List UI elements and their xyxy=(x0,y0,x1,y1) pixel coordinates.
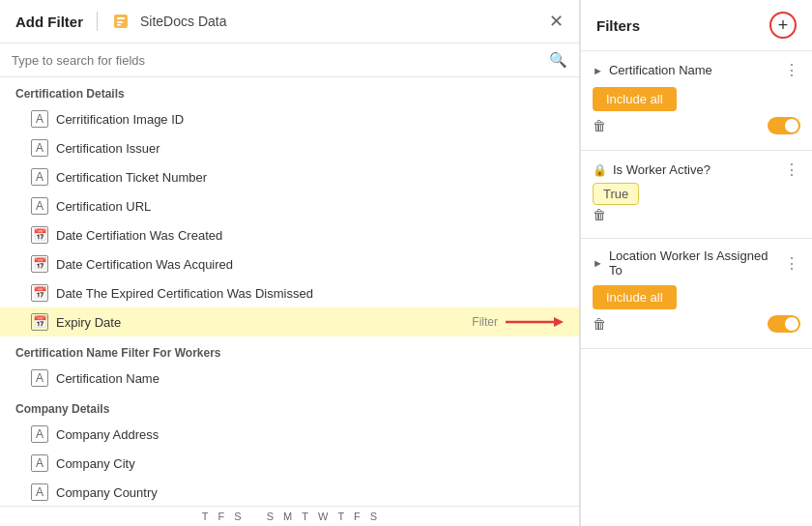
search-icon: 🔍 xyxy=(549,51,567,69)
filter-badge: Filter xyxy=(472,315,498,329)
sitedocs-icon xyxy=(111,12,130,31)
list-item[interactable]: 📅 Date The Expired Certification Was Dis… xyxy=(0,278,579,307)
filter-name: Certification Name xyxy=(609,63,778,77)
more-options-icon[interactable]: ⋮ xyxy=(784,61,800,79)
field-label: Date Certifiation Was Created xyxy=(56,228,564,243)
trash-icon[interactable]: 🗑 xyxy=(593,118,606,133)
cal-label: T xyxy=(299,511,311,522)
filter-header: ► Location Worker Is Assigned To ⋮ xyxy=(593,248,800,278)
trash-icon[interactable]: 🗑 xyxy=(593,316,606,332)
field-label: Certification Ticket Number xyxy=(56,170,564,185)
header-divider xyxy=(97,12,98,31)
filter-row: 🗑 xyxy=(593,111,800,140)
list-item[interactable]: A Certification URL xyxy=(0,191,579,220)
cal-label: F xyxy=(351,511,363,522)
field-list: Certification Details A Cerritification … xyxy=(0,77,579,526)
text-icon: A xyxy=(31,483,48,501)
list-item[interactable]: A Company City xyxy=(0,449,579,478)
trash-icon[interactable]: 🗑 xyxy=(593,207,606,222)
section-certification-details: Certification Details xyxy=(0,77,579,104)
svg-marker-5 xyxy=(554,317,564,327)
search-bar: 🔍 xyxy=(0,44,579,77)
svg-rect-2 xyxy=(117,21,123,23)
cal-label: S xyxy=(231,511,244,522)
filter-section-location: ► Location Worker Is Assigned To ⋮ Inclu… xyxy=(581,239,812,349)
list-item[interactable]: 📅 Date Certification Was Acquired xyxy=(0,249,579,278)
calendar-icon: 📅 xyxy=(31,255,48,273)
more-options-icon[interactable]: ⋮ xyxy=(784,254,800,273)
field-label: Certification Name xyxy=(56,371,564,386)
field-label: Certification Issuer xyxy=(56,141,564,156)
field-label: Cerritification Image ID xyxy=(56,112,564,127)
source-label: SiteDocs Data xyxy=(140,14,226,29)
filters-title: Filters xyxy=(596,17,769,34)
field-label: Company Address xyxy=(56,427,564,442)
cal-label: S xyxy=(367,511,380,522)
filters-panel: Filters + ► Certification Name ⋮ Include… xyxy=(580,0,812,526)
filter-row: 🗑 xyxy=(593,309,800,338)
cal-label: M xyxy=(280,511,295,522)
cal-label: T xyxy=(334,511,347,522)
section-cert-name-filter: Certification Name Filter For Workers xyxy=(0,336,579,364)
list-item-expiry-date[interactable]: 📅 Expiry Date Filter xyxy=(0,307,579,336)
cal-spacer xyxy=(248,511,260,522)
filter-section-worker-active: 🔒 Is Worker Active? ⋮ True 🗑 xyxy=(581,151,812,239)
filter-header: ► Certification Name ⋮ xyxy=(593,61,800,79)
list-item[interactable]: A Company Address xyxy=(0,420,579,449)
add-filter-button[interactable]: + xyxy=(769,12,797,39)
text-icon: A xyxy=(31,369,48,387)
list-item[interactable]: A Certification Issuer xyxy=(0,133,579,162)
field-label: Company Country xyxy=(56,485,564,500)
svg-rect-1 xyxy=(117,17,125,19)
toggle-switch[interactable] xyxy=(768,315,800,333)
text-icon: A xyxy=(31,425,48,443)
text-icon: A xyxy=(31,197,48,215)
arrow-icon xyxy=(506,313,564,331)
field-label: Company City xyxy=(56,456,564,471)
text-icon: A xyxy=(31,110,48,128)
calendar-icon: 📅 xyxy=(31,226,48,244)
chevron-right-icon[interactable]: ► xyxy=(593,65,603,76)
calendar-bottom-bar: T F S S M T W T F S xyxy=(0,506,579,526)
filter-section-cert-name: ► Certification Name ⋮ Include all 🗑 xyxy=(581,51,812,151)
more-options-icon[interactable]: ⋮ xyxy=(784,161,800,179)
list-item[interactable]: A Cerritification Image ID xyxy=(0,104,579,133)
toggle-switch[interactable] xyxy=(768,117,800,134)
list-item[interactable]: A Company Country xyxy=(0,478,579,507)
panel-title: Add Filter xyxy=(15,14,83,30)
svg-rect-3 xyxy=(117,24,121,26)
field-label: Date Certification Was Acquired xyxy=(56,257,564,272)
text-icon: A xyxy=(31,139,48,157)
list-item[interactable]: 📅 Date Certifiation Was Created xyxy=(0,220,579,249)
search-input[interactable] xyxy=(12,53,541,68)
cal-label: F xyxy=(216,511,228,522)
calendar-icon: 📅 xyxy=(31,284,48,302)
close-button[interactable]: ✕ xyxy=(549,13,564,30)
chevron-right-icon[interactable]: ► xyxy=(593,257,603,269)
right-header: Filters + xyxy=(581,0,812,51)
list-item[interactable]: A Certification Name xyxy=(0,364,579,393)
true-badge: True xyxy=(593,183,639,205)
cal-label: T xyxy=(199,511,212,522)
filter-row: 🗑 xyxy=(593,201,800,228)
text-icon: A xyxy=(31,454,48,472)
lock-icon: 🔒 xyxy=(593,163,607,177)
include-all-button[interactable]: Include all xyxy=(593,87,677,111)
left-header: Add Filter SiteDocs Data ✕ xyxy=(0,0,579,44)
add-filter-panel: Add Filter SiteDocs Data ✕ 🔍 Certificati… xyxy=(0,0,580,526)
section-company-details: Company Details xyxy=(0,393,579,420)
text-icon: A xyxy=(31,168,48,186)
filter-header: 🔒 Is Worker Active? ⋮ xyxy=(593,161,800,179)
list-item[interactable]: A Certification Ticket Number xyxy=(0,162,579,191)
filter-name: Location Worker Is Assigned To xyxy=(609,248,778,278)
include-all-button[interactable]: Include all xyxy=(593,285,677,309)
field-label: Certification URL xyxy=(56,199,564,214)
filter-name: Is Worker Active? xyxy=(613,162,778,177)
cal-label: S xyxy=(264,511,276,522)
field-label: Expiry Date xyxy=(56,315,460,330)
cal-label: W xyxy=(315,511,331,522)
calendar-icon: 📅 xyxy=(31,313,48,331)
field-label: Date The Expired Certification Was Dismi… xyxy=(56,286,564,301)
